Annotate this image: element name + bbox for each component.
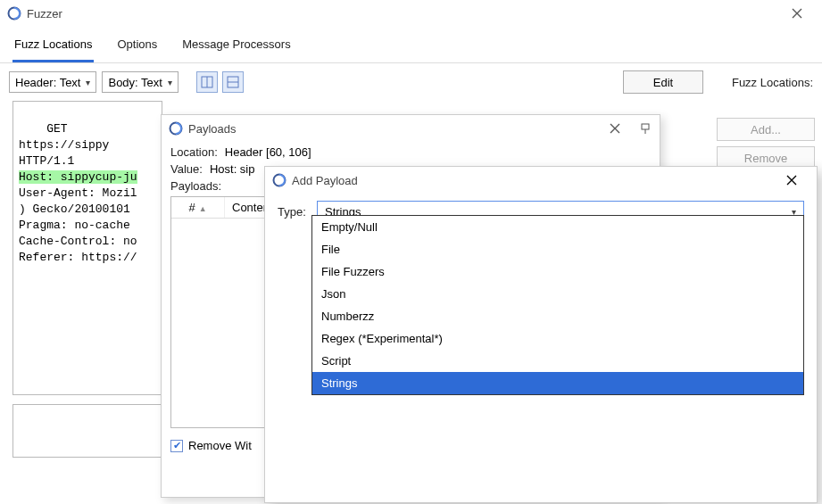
- fuzzer-titlebar: Fuzzer: [0, 0, 822, 27]
- option-regex[interactable]: Regex (*Experimental*): [312, 327, 803, 350]
- option-empty-null[interactable]: Empty/Null: [312, 216, 803, 238]
- zap-icon: [169, 121, 183, 136]
- fuzzer-tabs: Fuzz Locations Options Message Processor…: [0, 27, 822, 63]
- close-icon[interactable]: [774, 167, 810, 194]
- fuzzer-toolbar: Header: Text ▾ Body: Text ▾ Edit Fuzz Lo…: [0, 63, 822, 97]
- fuzzer-title: Fuzzer: [27, 7, 779, 21]
- split-horizontal-icon[interactable]: [196, 71, 218, 93]
- type-label: Type:: [278, 205, 310, 219]
- value-label: Value:: [170, 162, 203, 176]
- request-text-pre: GET https://sippy HTTP/1.1: [19, 122, 109, 168]
- close-icon[interactable]: [779, 0, 815, 27]
- tab-fuzz-locations[interactable]: Fuzz Locations: [12, 32, 94, 62]
- header-select[interactable]: Header: Text ▾: [9, 71, 96, 93]
- edit-button[interactable]: Edit: [623, 70, 703, 94]
- request-highlighted: Host: sippycup-ju: [19, 170, 137, 184]
- tab-options[interactable]: Options: [115, 32, 159, 62]
- checkbox-icon: ✔: [170, 440, 183, 452]
- fuzz-side-buttons: Add... Remove: [717, 118, 815, 169]
- pin-icon[interactable]: [638, 122, 652, 135]
- payloads-titlebar: Payloads: [162, 115, 660, 142]
- chevron-down-icon: ▾: [86, 78, 90, 87]
- request-text-post: User-Agent: Mozil ) Gecko/20100101 Pragm…: [19, 186, 137, 264]
- location-label: Location:: [170, 145, 218, 159]
- location-row: Location: Header [60, 106]: [170, 145, 651, 159]
- remove-whitespace-checkbox[interactable]: ✔ Remove Wit: [170, 439, 252, 452]
- value-value: Host: sip: [210, 162, 255, 176]
- option-strings[interactable]: Strings: [312, 372, 803, 394]
- type-dropdown-list: Empty/Null File File Fuzzers Json Number…: [311, 215, 804, 395]
- zap-icon: [272, 173, 286, 187]
- body-select[interactable]: Body: Text ▾: [102, 71, 178, 93]
- payloads-title: Payloads: [188, 122, 597, 136]
- tab-message-processors[interactable]: Message Processors: [180, 32, 292, 62]
- fuzz-locations-label: Fuzz Locations:: [732, 76, 813, 89]
- add-button[interactable]: Add...: [717, 118, 815, 141]
- payloads-label: Payloads:: [170, 179, 221, 193]
- option-script[interactable]: Script: [312, 350, 803, 372]
- close-icon[interactable]: [597, 115, 633, 142]
- remove-whitespace-label: Remove Wit: [188, 439, 252, 452]
- option-json[interactable]: Json: [312, 283, 803, 305]
- col-num[interactable]: #▲: [171, 197, 225, 218]
- location-value: Header [60, 106]: [225, 145, 311, 159]
- chevron-down-icon: ▾: [168, 78, 172, 87]
- option-numberzz[interactable]: Numberzz: [312, 305, 803, 327]
- header-select-label: Header: Text: [15, 76, 80, 89]
- sort-asc-icon: ▲: [199, 204, 207, 213]
- lower-pane[interactable]: [12, 404, 162, 458]
- add-payload-window: Add Payload Type: Strings ▾ Empty/Null F…: [264, 166, 818, 503]
- split-vertical-icon[interactable]: [222, 71, 244, 93]
- body-select-label: Body: Text: [108, 76, 162, 89]
- option-file-fuzzers[interactable]: File Fuzzers: [312, 260, 803, 283]
- add-payload-title: Add Payload: [292, 174, 774, 187]
- option-file[interactable]: File: [312, 238, 803, 260]
- svg-rect-6: [642, 124, 649, 129]
- add-payload-titlebar: Add Payload: [265, 167, 817, 194]
- zap-icon: [7, 6, 21, 21]
- request-pane[interactable]: GET https://sippy HTTP/1.1 Host: sippycu…: [12, 101, 162, 395]
